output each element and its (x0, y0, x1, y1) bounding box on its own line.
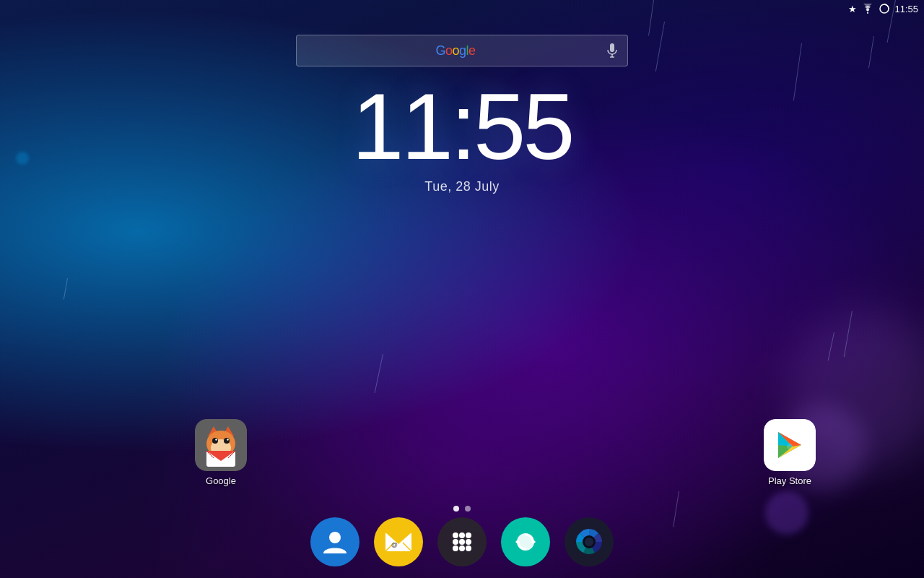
svg-point-40 (585, 538, 593, 546)
google-logo: Google (305, 43, 606, 59)
dock-icon-email[interactable]: @ (374, 517, 423, 566)
svg-point-13 (227, 439, 228, 440)
svg-point-26 (459, 532, 465, 538)
dock-icon-contacts[interactable] (310, 517, 359, 566)
signal-icon (879, 4, 890, 14)
svg-point-25 (453, 532, 458, 538)
svg-point-27 (466, 532, 471, 538)
svg-point-33 (466, 545, 471, 551)
page-dot-2 (465, 506, 471, 512)
playstore-icon-image (764, 419, 816, 471)
bokeh-circle-4 (16, 152, 29, 165)
search-bar[interactable]: Google (296, 35, 628, 66)
svg-point-10 (212, 438, 218, 444)
svg-point-11 (224, 438, 230, 444)
desktop-icon-playstore[interactable]: Play Store (764, 419, 816, 486)
clock-widget: 11:55 Tue, 28 July (352, 79, 572, 194)
wifi-icon (861, 4, 874, 14)
star-icon: ★ (848, 4, 857, 14)
svg-point-30 (466, 539, 471, 545)
svg-point-32 (459, 545, 465, 551)
clock-date: Tue, 28 July (352, 179, 572, 194)
clock-status: 11:55 (894, 4, 918, 14)
dock: @ (0, 513, 924, 578)
google-icon-image (195, 419, 247, 471)
svg-point-35 (517, 533, 534, 551)
svg-point-29 (459, 539, 465, 545)
svg-point-12 (215, 439, 217, 440)
svg-text:@: @ (391, 541, 398, 548)
page-indicator (453, 506, 471, 512)
svg-point-19 (329, 532, 341, 543)
page-dot-1 (453, 506, 459, 512)
google-icon-label: Google (206, 475, 236, 486)
svg-point-0 (868, 13, 869, 14)
playstore-icon-label: Play Store (768, 475, 811, 486)
status-bar: ★ 11:55 (780, 0, 924, 17)
dock-icon-drawer[interactable] (437, 517, 487, 566)
svg-point-18 (787, 444, 793, 449)
svg-point-31 (453, 545, 458, 551)
dock-icon-camera[interactable] (565, 517, 614, 566)
clock-time: 11:55 (352, 79, 572, 173)
dock-icon-transfer[interactable] (501, 517, 550, 566)
svg-point-28 (453, 539, 458, 545)
svg-rect-2 (610, 43, 614, 52)
mic-icon[interactable] (606, 43, 619, 58)
desktop-icon-google[interactable]: Google (195, 419, 247, 486)
